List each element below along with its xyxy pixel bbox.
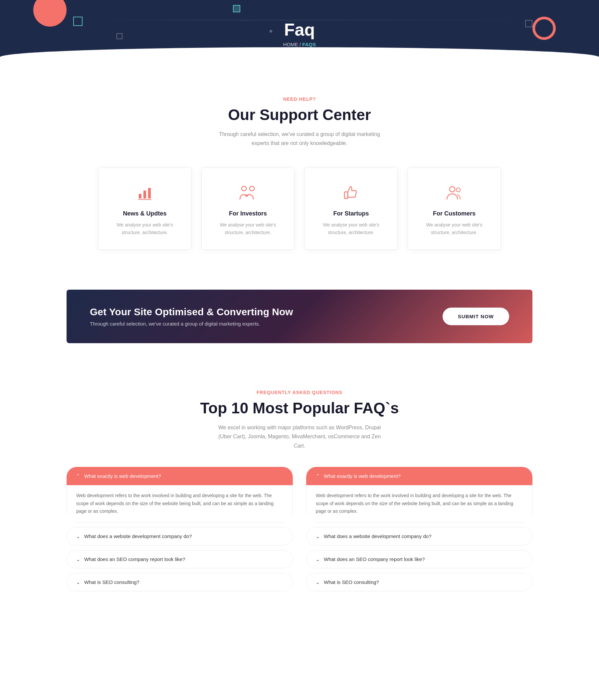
faq-question-text-right-3: What is SEO consulting?: [324, 579, 379, 585]
breadcrumb-home[interactable]: HOME: [283, 42, 298, 47]
faq-question-text-left-1: What does a website development company …: [84, 533, 192, 539]
faq-question-text-left-0: What exactly is web development?: [84, 473, 161, 479]
submit-now-button[interactable]: SUBMIT NOW: [442, 307, 509, 325]
cta-banner: Get Your Site Optimised & Converting Now…: [67, 290, 532, 343]
card-investors-desc: We analyse your web site's structure, ar…: [212, 221, 284, 236]
chevron-down-icon-3: ⌄: [76, 580, 80, 585]
card-startups: For Startups We analyse your web site's …: [305, 168, 398, 250]
card-startups-desc: We analyse your web site's structure, ar…: [315, 221, 387, 236]
support-description: Through careful selection, we've curated…: [216, 130, 383, 148]
chart-icon: [109, 184, 181, 204]
faq-column-left: ⌃ What exactly is web development? Web d…: [67, 467, 293, 591]
faq-item-right-2: ⌄ What does an SEO company report look l…: [306, 550, 532, 568]
faq-question-text-left-2: What does an SEO company report look lik…: [84, 556, 185, 562]
cta-title: Get Your Site Optimised & Converting Now: [90, 306, 293, 318]
svg-rect-1: [143, 191, 146, 199]
support-section: NEED HELP? Our Support Center Through ca…: [0, 67, 599, 270]
breadcrumb: HOME / FAQS: [283, 42, 316, 47]
faq-question-right-0[interactable]: ⌃ What exactly is web development?: [306, 467, 532, 485]
users-icon: [418, 184, 490, 204]
faq-answer-right-0: Web development refers to the work invol…: [306, 485, 532, 522]
faq-question-left-2[interactable]: ⌄ What does an SEO company report look l…: [67, 550, 293, 568]
faq-description: We excel in working with major platforms…: [216, 423, 383, 450]
card-news: News & Updtes We analyse your web site's…: [98, 168, 191, 250]
cta-text: Get Your Site Optimised & Converting Now…: [90, 306, 293, 327]
faq-question-text-left-3: What is SEO consulting?: [84, 579, 139, 585]
faq-question-right-2[interactable]: ⌄ What does an SEO company report look l…: [306, 550, 532, 568]
card-customers-desc: We analyse your web site's structure, ar…: [418, 221, 490, 236]
chevron-down-icon: ⌄: [76, 534, 80, 539]
faq-question-left-1[interactable]: ⌄ What does a website development compan…: [67, 527, 293, 545]
svg-point-8: [456, 188, 460, 192]
faq-column-right: ⌃ What exactly is web development? Web d…: [306, 467, 532, 591]
card-startups-title: For Startups: [315, 210, 387, 217]
faq-item-left-1: ⌄ What does a website development compan…: [67, 527, 293, 545]
faq-item-left-2: ⌄ What does an SEO company report look l…: [67, 550, 293, 568]
faq-item-right-3: ⌄ What is SEO consulting?: [306, 573, 532, 591]
chevron-down-icon-r1: ⌄: [316, 534, 320, 539]
card-investors-title: For Investors: [212, 210, 284, 217]
support-label: NEED HELP?: [67, 96, 532, 102]
faq-grid: ⌃ What exactly is web development? Web d…: [67, 467, 532, 591]
deco-dot: [269, 30, 272, 32]
deco-square-4: [525, 20, 532, 27]
faq-question-right-3[interactable]: ⌄ What is SEO consulting?: [306, 573, 532, 591]
hero-header: Faq HOME / FAQS: [0, 0, 599, 67]
faq-question-text-right-0: What exactly is web development?: [324, 473, 401, 479]
chevron-down-icon-2: ⌄: [76, 557, 80, 562]
handshake-icon: [212, 184, 284, 204]
faq-question-left-0[interactable]: ⌃ What exactly is web development?: [67, 467, 293, 485]
faq-item-left-3: ⌄ What is SEO consulting?: [67, 573, 293, 591]
support-title: Our Support Center: [67, 106, 532, 124]
deco-square-3: [117, 33, 122, 39]
card-investors: For Investors We analyse your web site's…: [201, 168, 294, 250]
deco-line: [100, 20, 532, 20]
thumbup-icon: [315, 184, 387, 204]
faq-section: FREQUENTLY ASKED QUESTIONS Top 10 Most P…: [0, 363, 599, 611]
svg-point-7: [450, 186, 455, 192]
faq-label: FREQUENTLY ASKED QUESTIONS: [67, 390, 532, 395]
card-customers-title: For Customers: [418, 210, 490, 217]
chevron-down-icon-r3: ⌄: [316, 580, 320, 585]
faq-question-right-1[interactable]: ⌄ What does a website development compan…: [306, 527, 532, 545]
breadcrumb-current: FAQS: [302, 42, 316, 47]
chevron-up-icon-r: ⌃: [316, 473, 320, 478]
svg-rect-6: [344, 192, 348, 199]
faq-question-left-3[interactable]: ⌄ What is SEO consulting?: [67, 573, 293, 591]
card-news-title: News & Updtes: [109, 210, 181, 217]
chevron-down-icon-r2: ⌄: [316, 557, 320, 562]
faq-item-right-0: ⌃ What exactly is web development? Web d…: [306, 467, 532, 522]
faq-answer-left-0: Web development refers to the work invol…: [67, 485, 293, 522]
faq-question-text-right-1: What does a website development company …: [324, 533, 432, 539]
deco-circle-2: [532, 17, 556, 40]
deco-square-2: [233, 5, 240, 12]
card-customers: For Customers We analyse your web site's…: [408, 168, 501, 250]
svg-point-5: [249, 186, 254, 191]
faq-title: Top 10 Most Popular FAQ`s: [67, 399, 532, 417]
page-title: Faq: [284, 20, 315, 40]
faq-item-left-0: ⌃ What exactly is web development? Web d…: [67, 467, 293, 522]
faq-question-text-right-2: What does an SEO company report look lik…: [324, 556, 425, 562]
deco-circle-1: [33, 0, 67, 27]
faq-item-right-1: ⌄ What does a website development compan…: [306, 527, 532, 545]
chevron-up-icon: ⌃: [76, 473, 80, 478]
cards-row: News & Updtes We analyse your web site's…: [67, 168, 532, 250]
card-news-desc: We analyse your web site's structure, ar…: [109, 221, 181, 236]
svg-rect-3: [138, 199, 151, 200]
cta-description: Through careful selection, we've curated…: [90, 321, 293, 327]
svg-point-4: [242, 186, 246, 191]
svg-rect-0: [139, 194, 141, 199]
breadcrumb-sep: /: [300, 42, 301, 47]
svg-rect-2: [148, 188, 151, 199]
deco-square-1: [73, 17, 82, 26]
